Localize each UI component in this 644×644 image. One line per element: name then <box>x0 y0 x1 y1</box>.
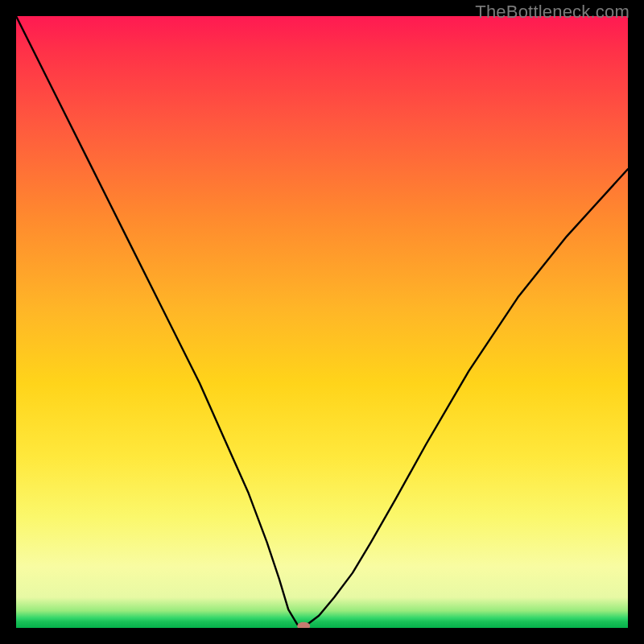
watermark-label: TheBottleneck.com <box>475 2 630 23</box>
curve-svg <box>16 16 628 628</box>
bottleneck-curve <box>16 16 628 625</box>
chart-frame: TheBottleneck.com <box>0 0 644 644</box>
plot-area <box>16 16 628 628</box>
